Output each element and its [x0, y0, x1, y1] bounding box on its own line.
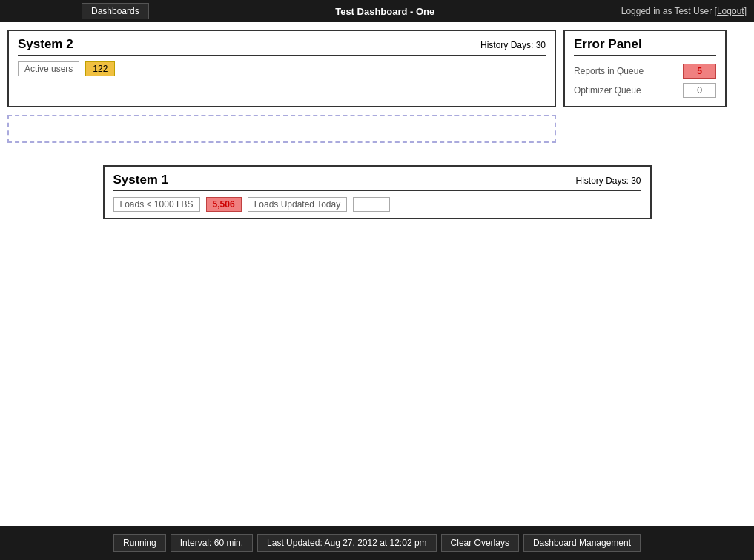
error-panel-title: Error Panel [574, 37, 642, 52]
system1-title: System 1 [113, 173, 169, 187]
active-users-label: Active users [18, 61, 79, 76]
system1-history-days: History Days: 30 [575, 176, 641, 186]
logout-link[interactable]: Logout [717, 6, 744, 16]
running-button[interactable]: Running [113, 534, 166, 552]
system2-history-days: History Days: 30 [480, 40, 546, 50]
reports-in-queue-row: Reports in Queue 5 [574, 61, 716, 81]
interval-button[interactable]: Interval: 60 min. [171, 534, 253, 552]
dashboards-button[interactable]: Dashboards [82, 3, 149, 19]
loads-updated-value [353, 197, 390, 212]
top-bar-left: Dashboards [7, 3, 149, 19]
dashboard-management-button[interactable]: Dashboard Management [523, 534, 641, 552]
loads-1000-label: Loads < 1000 LBS [113, 197, 200, 212]
user-info: Logged in as Test User [Logout] [621, 6, 747, 16]
error-panel-header: Error Panel [574, 37, 716, 56]
bracket-end: ] [744, 6, 747, 16]
system2-header: System 2 History Days: 30 [18, 37, 546, 56]
page-title: Test Dashboard - One [335, 6, 434, 17]
main-content: System 2 History Days: 30 Active users 1… [0, 22, 754, 526]
active-users-value: 122 [85, 61, 115, 76]
logged-in-text: Logged in as Test User [ [621, 6, 717, 16]
top-bar-placeholder [7, 3, 78, 19]
last-updated-button[interactable]: Last Updated: Aug 27, 2012 at 12:02 pm [257, 534, 437, 552]
system2-panel: System 2 History Days: 30 Active users 1… [7, 30, 556, 107]
optimizer-queue-value: 0 [683, 83, 716, 98]
empty-dashed-panel [7, 115, 556, 143]
optimizer-queue-label: Optimizer Queue [574, 85, 641, 96]
system1-header: System 1 History Days: 30 [113, 173, 641, 191]
top-bar: Dashboards Test Dashboard - One Logged i… [0, 0, 754, 22]
error-panel: Error Panel Reports in Queue 5 Optimizer… [563, 30, 727, 107]
system2-metrics: Active users 122 [18, 61, 546, 76]
loads-1000-value: 5,506 [206, 197, 242, 212]
clear-overlays-button[interactable]: Clear Overlays [441, 534, 519, 552]
optimizer-queue-row: Optimizer Queue 0 [574, 81, 716, 100]
loads-updated-label: Loads Updated Today [248, 197, 348, 212]
panels-row: System 2 History Days: 30 Active users 1… [7, 30, 747, 107]
system1-panel: System 1 History Days: 30 Loads < 1000 L… [103, 165, 652, 219]
system1-metrics: Loads < 1000 LBS 5,506 Loads Updated Tod… [113, 197, 641, 212]
reports-in-queue-label: Reports in Queue [574, 66, 644, 76]
bottom-bar: Running Interval: 60 min. Last Updated: … [0, 526, 754, 560]
system2-title: System 2 [18, 37, 73, 52]
reports-in-queue-value: 5 [683, 64, 716, 79]
system1-wrapper: System 1 History Days: 30 Loads < 1000 L… [7, 165, 747, 219]
